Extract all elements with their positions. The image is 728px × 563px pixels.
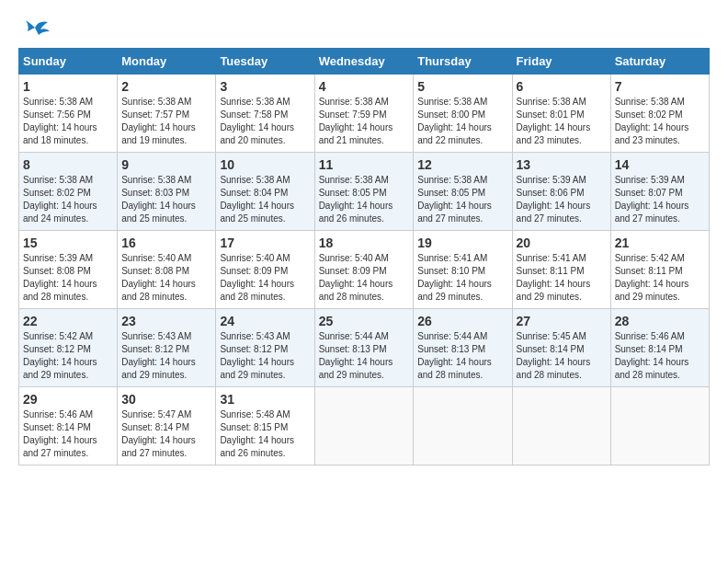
- day-info: Sunrise: 5:38 AMSunset: 7:57 PMDaylight:…: [121, 96, 211, 147]
- day-number: 7: [615, 79, 705, 94]
- day-info: Sunrise: 5:38 AMSunset: 7:56 PMDaylight:…: [23, 96, 113, 147]
- day-info: Sunrise: 5:40 AMSunset: 8:09 PMDaylight:…: [319, 252, 410, 304]
- day-info: Sunrise: 5:40 AMSunset: 8:09 PMDaylight:…: [220, 252, 310, 304]
- day-number: 17: [220, 236, 310, 250]
- calendar-day-cell: 26Sunrise: 5:44 AMSunset: 8:13 PMDayligh…: [414, 309, 512, 387]
- day-info: Sunrise: 5:48 AMSunset: 8:15 PMDaylight:…: [220, 408, 310, 460]
- day-header-saturday: Saturday: [610, 49, 709, 75]
- day-header-friday: Friday: [512, 49, 610, 75]
- day-number: 9: [121, 157, 211, 172]
- page-header: [18, 18, 710, 39]
- day-header-monday: Monday: [118, 49, 216, 75]
- calendar-table: SundayMondayTuesdayWednesdayThursdayFrid…: [18, 48, 710, 465]
- calendar-day-cell: 22Sunrise: 5:42 AMSunset: 8:12 PMDayligh…: [19, 309, 118, 387]
- day-number: 22: [23, 314, 113, 328]
- day-number: 23: [121, 314, 211, 328]
- day-info: Sunrise: 5:44 AMSunset: 8:13 PMDaylight:…: [319, 330, 410, 382]
- logo-bird-icon: [20, 18, 50, 39]
- calendar-day-cell: 6Sunrise: 5:38 AMSunset: 8:01 PMDaylight…: [512, 75, 610, 153]
- day-number: 3: [220, 79, 310, 94]
- calendar-day-cell: 15Sunrise: 5:39 AMSunset: 8:08 PMDayligh…: [19, 231, 118, 309]
- day-number: 18: [319, 236, 410, 250]
- day-number: 25: [319, 314, 410, 328]
- calendar-day-cell: 29Sunrise: 5:46 AMSunset: 8:14 PMDayligh…: [19, 387, 118, 465]
- day-info: Sunrise: 5:38 AMSunset: 8:02 PMDaylight:…: [23, 174, 113, 225]
- day-header-tuesday: Tuesday: [216, 49, 314, 75]
- calendar-day-cell: 24Sunrise: 5:43 AMSunset: 8:12 PMDayligh…: [216, 309, 314, 387]
- calendar-day-cell: 2Sunrise: 5:38 AMSunset: 7:57 PMDaylight…: [118, 75, 216, 153]
- calendar-day-cell: 8Sunrise: 5:38 AMSunset: 8:02 PMDaylight…: [19, 153, 118, 231]
- day-number: 12: [417, 157, 507, 172]
- day-info: Sunrise: 5:46 AMSunset: 8:14 PMDaylight:…: [23, 408, 113, 460]
- day-info: Sunrise: 5:43 AMSunset: 8:12 PMDaylight:…: [220, 330, 310, 382]
- day-header-wednesday: Wednesday: [314, 49, 414, 75]
- calendar-day-cell: 31Sunrise: 5:48 AMSunset: 8:15 PMDayligh…: [216, 387, 314, 465]
- day-number: 31: [220, 392, 310, 407]
- day-info: Sunrise: 5:47 AMSunset: 8:14 PMDaylight:…: [121, 408, 211, 460]
- day-info: Sunrise: 5:41 AMSunset: 8:11 PMDaylight:…: [517, 252, 607, 304]
- calendar-day-cell: 11Sunrise: 5:38 AMSunset: 8:05 PMDayligh…: [314, 153, 414, 231]
- day-info: Sunrise: 5:44 AMSunset: 8:13 PMDaylight:…: [417, 330, 507, 382]
- calendar-day-cell: 19Sunrise: 5:41 AMSunset: 8:10 PMDayligh…: [414, 231, 512, 309]
- day-info: Sunrise: 5:39 AMSunset: 8:08 PMDaylight:…: [23, 252, 113, 304]
- calendar-day-cell: 7Sunrise: 5:38 AMSunset: 8:02 PMDaylight…: [610, 75, 709, 153]
- calendar-day-cell: 13Sunrise: 5:39 AMSunset: 8:06 PMDayligh…: [512, 153, 610, 231]
- day-number: 20: [517, 236, 607, 250]
- calendar-week-row: 1Sunrise: 5:38 AMSunset: 7:56 PMDaylight…: [19, 75, 710, 153]
- day-number: 1: [23, 79, 113, 94]
- calendar-day-cell: [414, 387, 512, 465]
- day-info: Sunrise: 5:38 AMSunset: 8:05 PMDaylight:…: [417, 174, 507, 225]
- day-info: Sunrise: 5:46 AMSunset: 8:14 PMDaylight:…: [615, 330, 705, 382]
- day-number: 16: [121, 236, 211, 250]
- day-header-sunday: Sunday: [19, 49, 118, 75]
- day-info: Sunrise: 5:41 AMSunset: 8:10 PMDaylight:…: [417, 252, 507, 304]
- calendar-day-cell: 14Sunrise: 5:39 AMSunset: 8:07 PMDayligh…: [610, 153, 709, 231]
- day-info: Sunrise: 5:38 AMSunset: 8:01 PMDaylight:…: [517, 96, 607, 147]
- calendar-day-cell: 25Sunrise: 5:44 AMSunset: 8:13 PMDayligh…: [314, 309, 414, 387]
- calendar-day-cell: 9Sunrise: 5:38 AMSunset: 8:03 PMDaylight…: [118, 153, 216, 231]
- day-number: 4: [319, 79, 410, 94]
- calendar-day-cell: 23Sunrise: 5:43 AMSunset: 8:12 PMDayligh…: [118, 309, 216, 387]
- calendar-week-row: 8Sunrise: 5:38 AMSunset: 8:02 PMDaylight…: [19, 153, 710, 231]
- day-info: Sunrise: 5:38 AMSunset: 8:00 PMDaylight:…: [417, 96, 507, 147]
- day-info: Sunrise: 5:39 AMSunset: 8:06 PMDaylight:…: [517, 174, 607, 225]
- day-header-thursday: Thursday: [414, 49, 512, 75]
- day-number: 10: [220, 157, 310, 172]
- day-info: Sunrise: 5:43 AMSunset: 8:12 PMDaylight:…: [121, 330, 211, 382]
- calendar-day-cell: 17Sunrise: 5:40 AMSunset: 8:09 PMDayligh…: [216, 231, 314, 309]
- calendar-day-cell: 3Sunrise: 5:38 AMSunset: 7:58 PMDaylight…: [216, 75, 314, 153]
- day-info: Sunrise: 5:38 AMSunset: 7:58 PMDaylight:…: [220, 96, 310, 147]
- day-number: 26: [417, 314, 507, 328]
- day-info: Sunrise: 5:40 AMSunset: 8:08 PMDaylight:…: [121, 252, 211, 304]
- day-number: 21: [615, 236, 705, 250]
- calendar-day-cell: 21Sunrise: 5:42 AMSunset: 8:11 PMDayligh…: [610, 231, 709, 309]
- calendar-day-cell: 28Sunrise: 5:46 AMSunset: 8:14 PMDayligh…: [610, 309, 709, 387]
- day-info: Sunrise: 5:42 AMSunset: 8:11 PMDaylight:…: [615, 252, 705, 304]
- day-info: Sunrise: 5:45 AMSunset: 8:14 PMDaylight:…: [517, 330, 607, 382]
- calendar-day-cell: 30Sunrise: 5:47 AMSunset: 8:14 PMDayligh…: [118, 387, 216, 465]
- day-number: 13: [517, 157, 607, 172]
- calendar-day-cell: 5Sunrise: 5:38 AMSunset: 8:00 PMDaylight…: [414, 75, 512, 153]
- day-info: Sunrise: 5:38 AMSunset: 8:02 PMDaylight:…: [615, 96, 705, 147]
- calendar-day-cell: [610, 387, 709, 465]
- day-number: 15: [23, 236, 113, 250]
- day-number: 6: [517, 79, 607, 94]
- day-number: 24: [220, 314, 310, 328]
- day-info: Sunrise: 5:38 AMSunset: 8:05 PMDaylight:…: [319, 174, 410, 225]
- day-number: 19: [417, 236, 507, 250]
- day-number: 11: [319, 157, 410, 172]
- day-number: 30: [121, 392, 211, 407]
- calendar-day-cell: [512, 387, 610, 465]
- calendar-day-cell: 10Sunrise: 5:38 AMSunset: 8:04 PMDayligh…: [216, 153, 314, 231]
- calendar-day-cell: 18Sunrise: 5:40 AMSunset: 8:09 PMDayligh…: [314, 231, 414, 309]
- calendar-header-row: SundayMondayTuesdayWednesdayThursdayFrid…: [19, 49, 710, 75]
- day-info: Sunrise: 5:38 AMSunset: 8:04 PMDaylight:…: [220, 174, 310, 225]
- day-number: 28: [615, 314, 705, 328]
- day-info: Sunrise: 5:38 AMSunset: 7:59 PMDaylight:…: [319, 96, 410, 147]
- calendar-week-row: 22Sunrise: 5:42 AMSunset: 8:12 PMDayligh…: [19, 309, 710, 387]
- calendar-week-row: 29Sunrise: 5:46 AMSunset: 8:14 PMDayligh…: [19, 387, 710, 465]
- day-number: 8: [23, 157, 113, 172]
- calendar-day-cell: 12Sunrise: 5:38 AMSunset: 8:05 PMDayligh…: [414, 153, 512, 231]
- day-number: 2: [121, 79, 211, 94]
- calendar-day-cell: 27Sunrise: 5:45 AMSunset: 8:14 PMDayligh…: [512, 309, 610, 387]
